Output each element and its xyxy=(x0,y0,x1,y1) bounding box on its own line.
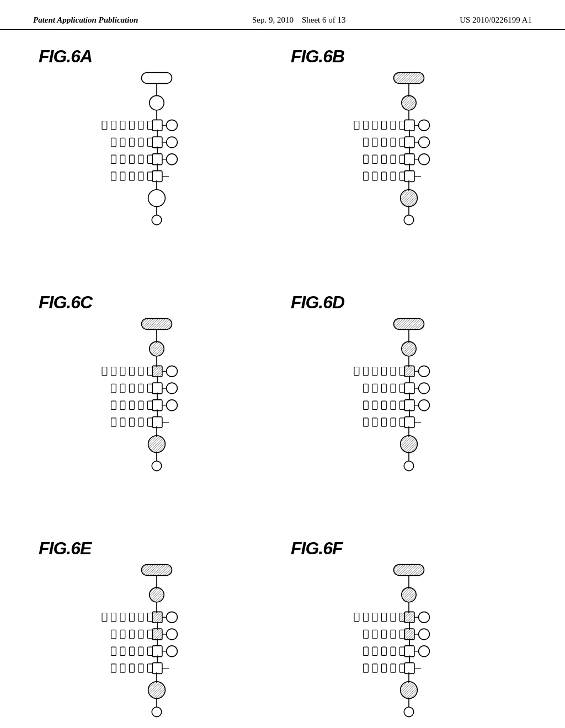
svg-rect-229 xyxy=(363,630,368,638)
svg-rect-164 xyxy=(391,418,396,426)
svg-rect-96 xyxy=(152,366,162,377)
svg-rect-188 xyxy=(129,630,134,638)
svg-rect-129 xyxy=(393,319,424,330)
svg-rect-77 xyxy=(381,172,386,180)
svg-rect-70 xyxy=(399,155,404,163)
svg-point-212 xyxy=(148,682,165,699)
svg-point-115 xyxy=(166,400,177,411)
svg-rect-233 xyxy=(399,630,404,638)
svg-rect-222 xyxy=(381,613,386,622)
svg-rect-47 xyxy=(354,121,359,130)
svg-rect-16 xyxy=(129,138,134,146)
svg-rect-49 xyxy=(372,121,377,130)
svg-rect-161 xyxy=(363,418,368,426)
svg-rect-104 xyxy=(147,384,152,392)
svg-rect-68 xyxy=(381,155,386,163)
svg-rect-113 xyxy=(147,401,152,409)
svg-point-235 xyxy=(418,629,429,640)
svg-rect-177 xyxy=(111,613,116,622)
svg-rect-135 xyxy=(372,367,377,376)
svg-rect-50 xyxy=(381,121,386,130)
svg-rect-208 xyxy=(147,664,152,672)
figure-6d-drawing xyxy=(291,315,526,522)
svg-rect-5 xyxy=(111,121,116,130)
svg-rect-114 xyxy=(152,400,162,411)
svg-point-255 xyxy=(400,682,417,699)
svg-rect-209 xyxy=(152,663,162,674)
svg-rect-220 xyxy=(363,613,368,622)
svg-point-85 xyxy=(404,215,414,225)
svg-rect-23 xyxy=(111,155,116,163)
svg-rect-0 xyxy=(141,73,172,84)
svg-point-42 xyxy=(152,215,162,225)
svg-rect-147 xyxy=(399,384,404,392)
svg-point-20 xyxy=(166,137,177,148)
svg-point-83 xyxy=(400,190,417,207)
svg-rect-37 xyxy=(152,171,162,182)
svg-rect-58 xyxy=(372,138,377,146)
svg-rect-10 xyxy=(152,120,162,131)
figure-6e-panel: FIG.6E xyxy=(33,533,280,728)
figure-6b-label: FIG.6B xyxy=(291,46,344,67)
svg-rect-205 xyxy=(120,664,125,672)
svg-rect-100 xyxy=(111,384,116,392)
svg-rect-6 xyxy=(120,121,125,130)
svg-rect-19 xyxy=(152,137,162,148)
svg-rect-225 xyxy=(404,612,414,623)
svg-rect-102 xyxy=(129,384,134,392)
svg-point-29 xyxy=(166,154,177,165)
svg-rect-134 xyxy=(363,367,368,376)
svg-rect-232 xyxy=(391,630,396,638)
svg-rect-119 xyxy=(120,418,125,426)
svg-rect-95 xyxy=(147,367,152,376)
svg-rect-36 xyxy=(147,172,152,180)
svg-rect-219 xyxy=(354,613,359,622)
svg-rect-231 xyxy=(381,630,386,638)
svg-rect-57 xyxy=(363,138,368,146)
svg-rect-242 xyxy=(399,647,404,655)
svg-rect-221 xyxy=(372,613,377,622)
svg-point-149 xyxy=(418,383,429,394)
svg-rect-18 xyxy=(147,138,152,146)
figure-6f-drawing xyxy=(291,561,526,728)
svg-rect-28 xyxy=(152,154,162,165)
figure-6d-panel: FIG.6D xyxy=(285,287,532,527)
svg-rect-137 xyxy=(391,367,396,376)
svg-rect-157 xyxy=(404,400,414,411)
svg-rect-60 xyxy=(391,138,396,146)
svg-point-244 xyxy=(418,646,429,657)
svg-rect-247 xyxy=(363,664,368,672)
svg-rect-75 xyxy=(363,172,368,180)
svg-rect-251 xyxy=(399,664,404,672)
svg-rect-249 xyxy=(381,664,386,672)
svg-rect-148 xyxy=(404,383,414,394)
svg-point-126 xyxy=(148,436,165,453)
svg-rect-79 xyxy=(399,172,404,180)
svg-rect-69 xyxy=(391,155,396,163)
svg-rect-206 xyxy=(129,664,134,672)
svg-rect-27 xyxy=(147,155,152,163)
svg-rect-197 xyxy=(129,647,134,655)
svg-rect-101 xyxy=(120,384,125,392)
figure-6b-drawing xyxy=(291,69,526,276)
svg-rect-51 xyxy=(391,121,396,130)
svg-rect-176 xyxy=(102,613,107,622)
svg-rect-156 xyxy=(399,401,404,409)
svg-point-63 xyxy=(418,137,429,148)
svg-rect-240 xyxy=(381,647,386,655)
svg-rect-215 xyxy=(393,565,424,576)
svg-point-192 xyxy=(166,629,177,640)
svg-rect-190 xyxy=(147,630,152,638)
svg-rect-207 xyxy=(138,664,143,672)
svg-rect-90 xyxy=(102,367,107,376)
svg-rect-26 xyxy=(138,155,143,163)
svg-point-174 xyxy=(149,587,163,602)
svg-point-72 xyxy=(418,154,429,165)
svg-rect-76 xyxy=(372,172,377,180)
svg-point-214 xyxy=(152,707,162,717)
svg-rect-111 xyxy=(129,401,134,409)
svg-rect-189 xyxy=(138,630,143,638)
svg-point-131 xyxy=(401,341,415,356)
figure-6a-drawing xyxy=(39,69,274,276)
figure-6f-panel: FIG.6F xyxy=(285,533,532,728)
